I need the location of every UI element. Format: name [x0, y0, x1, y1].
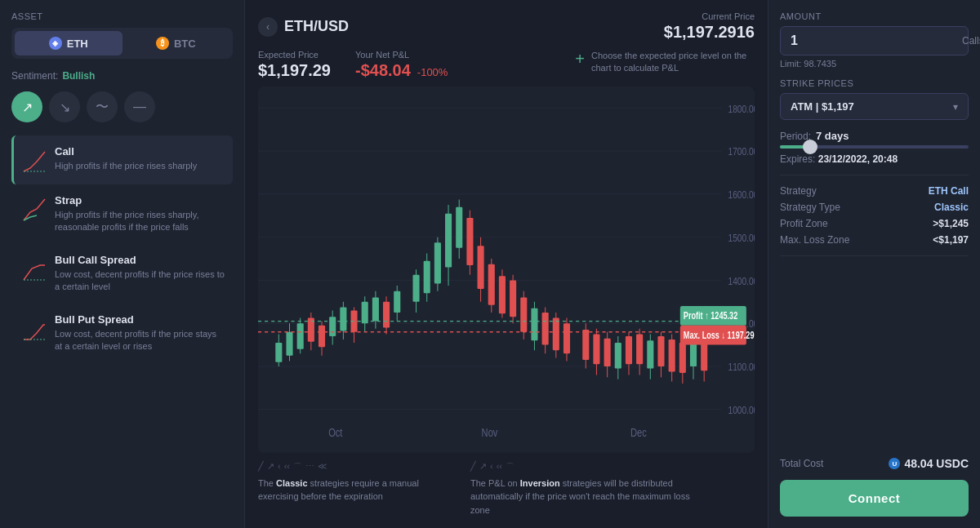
- info-row-strategy-type: Strategy Type Classic: [780, 202, 969, 213]
- info-row-strategy: Strategy ETH Call: [780, 185, 969, 197]
- limit-text: Limit: 98.7435: [780, 59, 969, 69]
- call-info: Call High profits if the price rises sha…: [55, 145, 225, 172]
- period-value: 7 days: [816, 130, 849, 142]
- amount-label: Amount: [780, 11, 969, 21]
- chart-footer: ╱ ↗ ‹ ‹‹ ⌒ ⋯ ≪ The Classic strategies re…: [258, 461, 755, 517]
- bull-put-desc: Low cost, decent profits if the price st…: [55, 328, 225, 353]
- tool-icon-10[interactable]: ‹: [490, 461, 493, 473]
- strategy-item-bull-call[interactable]: Bull Call Spread Low cost, decent profit…: [11, 244, 233, 304]
- svg-rect-77: [593, 334, 599, 364]
- net-pnl-value: -$48.04: [355, 61, 411, 80]
- tool-icon-7[interactable]: ≪: [318, 461, 327, 473]
- bullish-icon-btn[interactable]: ↗: [11, 91, 42, 122]
- strategy-item-bull-put[interactable]: Bull Put Spread Low cost, decent profits…: [11, 304, 233, 363]
- strap-info: Strap High profits if the price rises sh…: [55, 194, 225, 234]
- chart-tools-inversion: ╱ ↗ ‹ ‹‹ ⌒: [470, 461, 699, 473]
- svg-rect-43: [394, 291, 400, 313]
- svg-rect-59: [488, 264, 495, 305]
- strategy-item-strap[interactable]: Strap High profits if the price rises sh…: [11, 184, 233, 244]
- tab-btc[interactable]: ₿ BTC: [122, 31, 230, 55]
- tool-icon-9[interactable]: ↗: [479, 461, 487, 473]
- strategy-type-label: Strategy Type: [780, 202, 840, 213]
- slider-thumb[interactable]: [803, 140, 817, 154]
- call-desc: High profits if the price rises sharply: [55, 160, 225, 172]
- current-price-label: Current Price: [664, 11, 755, 21]
- chevron-down-icon: ▾: [953, 101, 958, 113]
- net-pnl-block: Your Net P&L -$48.04 -100%: [355, 50, 448, 80]
- svg-rect-67: [531, 308, 537, 341]
- tool-icon-2[interactable]: ↗: [267, 461, 274, 473]
- tool-icon-3[interactable]: ‹: [278, 461, 281, 473]
- svg-rect-69: [542, 313, 549, 345]
- strategy-type-value: Classic: [934, 202, 969, 213]
- connect-button[interactable]: Connect: [780, 480, 969, 517]
- svg-rect-57: [478, 246, 484, 289]
- tool-icon-1[interactable]: ╱: [258, 461, 264, 473]
- amount-calls-label: Calls: [962, 35, 980, 47]
- amount-section: Amount Calls Limit: 98.7435: [780, 11, 969, 69]
- strategy-label: Strategy: [780, 185, 817, 197]
- main-area: ‹ ETH/USD Current Price $1,197.2916 Expe…: [245, 0, 768, 528]
- total-cost-row: Total Cost U 48.04 USDC: [780, 457, 969, 470]
- add-price-icon[interactable]: +: [575, 50, 585, 69]
- strategy-item-call[interactable]: Call High profits if the price rises sha…: [11, 135, 233, 184]
- bull-call-mini-chart: [22, 254, 47, 283]
- tool-icon-4[interactable]: ‹‹: [284, 461, 290, 473]
- profit-zone-value: >$1,245: [933, 218, 969, 229]
- chart-area[interactable]: 1800.00 1700.00 1600.00 1500.00 1400.00 …: [258, 87, 755, 453]
- svg-rect-47: [424, 261, 430, 294]
- bull-put-info: Bull Put Spread Low cost, decent profits…: [55, 313, 225, 353]
- svg-text:1400.00: 1400.00: [728, 274, 755, 286]
- svg-rect-49: [434, 242, 441, 283]
- divider-1: [780, 175, 969, 175]
- strap-mini-chart: [22, 194, 47, 224]
- max-loss-label: Max. Loss Zone: [780, 234, 849, 246]
- asset-tabs: ◈ ETH ₿ BTC: [11, 28, 233, 59]
- tab-eth[interactable]: ◈ ETH: [15, 31, 122, 55]
- svg-rect-23: [286, 332, 292, 356]
- svg-rect-63: [510, 280, 516, 317]
- svg-rect-31: [329, 317, 336, 336]
- profit-zone-label: Profit Zone: [780, 218, 828, 229]
- wave-icon-btn[interactable]: 〜: [87, 91, 118, 122]
- info-row-profit: Profit Zone >$1,245: [780, 218, 969, 229]
- total-cost-label: Total Cost: [780, 458, 823, 469]
- inversion-note-block: ╱ ↗ ‹ ‹‹ ⌒ The P&L on Inversion strategi…: [470, 461, 699, 517]
- svg-rect-81: [615, 343, 621, 369]
- svg-rect-97: [701, 340, 707, 370]
- expires-row: Expires: 23/12/2022, 20:48: [780, 153, 969, 165]
- total-cost-value: U 48.04 USDC: [889, 457, 969, 470]
- flat-icon-btn[interactable]: —: [124, 91, 155, 122]
- strategy-icons: ↗ ↘ 〜 —: [11, 91, 233, 122]
- amount-input[interactable]: [791, 33, 962, 48]
- svg-rect-25: [297, 323, 304, 349]
- svg-rect-29: [318, 326, 325, 347]
- classic-note: The Classic strategies require a manual …: [258, 477, 446, 504]
- amount-input-row[interactable]: Calls: [780, 26, 969, 55]
- period-slider[interactable]: [780, 145, 969, 149]
- tool-icon-5[interactable]: ⌒: [293, 461, 302, 473]
- call-mini-chart: [22, 145, 47, 175]
- svg-text:1700.00: 1700.00: [728, 145, 755, 158]
- svg-rect-83: [626, 336, 632, 364]
- svg-text:1000.00: 1000.00: [728, 404, 755, 416]
- svg-rect-45: [412, 275, 419, 302]
- svg-rect-55: [466, 218, 473, 265]
- back-button[interactable]: ‹: [258, 17, 278, 37]
- right-panel: Amount Calls Limit: 98.7435 Strike Price…: [768, 0, 980, 528]
- bull-put-name: Bull Put Spread: [55, 313, 225, 326]
- tool-icon-8[interactable]: ╱: [470, 461, 476, 473]
- bearish-icon-btn[interactable]: ↘: [49, 91, 80, 122]
- svg-rect-37: [362, 302, 368, 323]
- svg-rect-51: [445, 214, 452, 268]
- svg-text:Oct: Oct: [328, 425, 343, 439]
- max-loss-value: <$1,197: [933, 234, 969, 246]
- svg-text:Profit ↑  1245.32: Profit ↑ 1245.32: [684, 310, 737, 321]
- tool-icon-11[interactable]: ‹‹: [497, 461, 502, 473]
- strike-select[interactable]: ATM | $1,197 ▾: [780, 93, 969, 120]
- bull-call-name: Bull Call Spread: [55, 254, 225, 266]
- tool-icon-12[interactable]: ⌒: [506, 461, 514, 473]
- tool-icon-6[interactable]: ⋯: [305, 461, 314, 473]
- svg-rect-93: [679, 343, 686, 373]
- strike-select-value: ATM | $1,197: [791, 100, 854, 113]
